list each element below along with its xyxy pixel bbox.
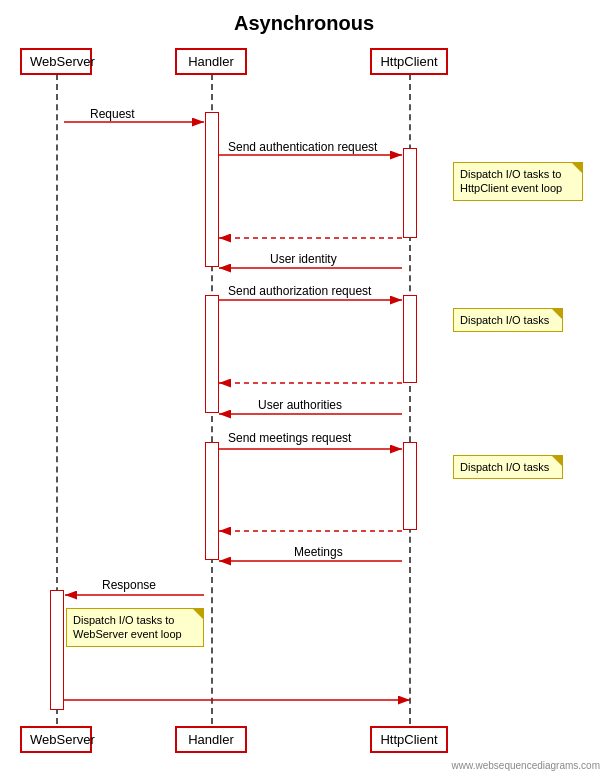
actor-httpclient-bottom: HttpClient bbox=[370, 726, 448, 753]
actor-webserver-bottom: WebServer bbox=[20, 726, 92, 753]
msg-meetings: Meetings bbox=[294, 545, 343, 559]
actor-webserver-top: WebServer bbox=[20, 48, 92, 75]
msg-send-auth: Send authentication request bbox=[228, 140, 377, 154]
msg-request: Request bbox=[90, 107, 135, 121]
actor-handler-top: Handler bbox=[175, 48, 247, 75]
note-dispatch-httpclient-event-loop: Dispatch I/O tasks toHttpClient event lo… bbox=[453, 162, 583, 201]
note-dispatch-io-tasks-2: Dispatch I/O tasks bbox=[453, 455, 563, 479]
diagram: Asynchronous WebServer Handler HttpClien… bbox=[0, 0, 608, 779]
note-dispatch-io-tasks-1: Dispatch I/O tasks bbox=[453, 308, 563, 332]
note-dispatch-webserver-event-loop: Dispatch I/O tasks toWebServer event loo… bbox=[66, 608, 204, 647]
msg-user-identity: User identity bbox=[270, 252, 337, 266]
msg-send-authz: Send authorization request bbox=[228, 284, 371, 298]
msg-user-authorities: User authorities bbox=[258, 398, 342, 412]
msg-response: Response bbox=[102, 578, 156, 592]
msg-send-meetings: Send meetings request bbox=[228, 431, 351, 445]
actor-httpclient-top: HttpClient bbox=[370, 48, 448, 75]
actor-handler-bottom: Handler bbox=[175, 726, 247, 753]
